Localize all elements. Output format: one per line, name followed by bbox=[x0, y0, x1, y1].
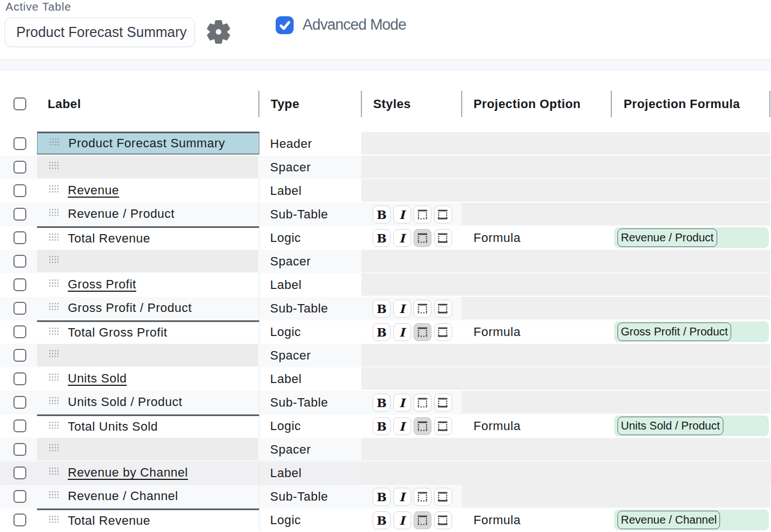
border-top-bottom-style-button[interactable] bbox=[434, 300, 452, 318]
row-checkbox[interactable] bbox=[13, 514, 26, 526]
row-checkbox[interactable] bbox=[13, 137, 26, 150]
italic-style-button[interactable]: I bbox=[393, 300, 411, 318]
row-checkbox[interactable] bbox=[13, 466, 26, 479]
row-type-cell[interactable]: Label bbox=[270, 179, 301, 203]
row-checkbox[interactable] bbox=[13, 231, 26, 244]
drag-handle[interactable] bbox=[49, 185, 59, 195]
italic-style-button[interactable]: I bbox=[393, 229, 411, 247]
bold-style-button[interactable]: B bbox=[373, 511, 391, 529]
row-checkbox[interactable] bbox=[13, 302, 26, 315]
projection-formula-cell[interactable]: Units Sold / Product bbox=[614, 416, 769, 436]
row-type-cell[interactable]: Logic bbox=[270, 226, 301, 250]
projection-formula-cell[interactable]: Gross Profit / Product bbox=[614, 321, 769, 342]
formula-chip[interactable]: Revenue / Product bbox=[617, 228, 717, 247]
drag-handle[interactable] bbox=[49, 234, 59, 244]
row-checkbox[interactable] bbox=[13, 372, 26, 385]
drag-handle[interactable] bbox=[49, 209, 59, 219]
border-top-style-button[interactable] bbox=[414, 300, 431, 318]
row-label-cell[interactable]: Total Revenue bbox=[37, 508, 259, 531]
row-type-cell[interactable]: Logic bbox=[270, 414, 301, 438]
row-label-cell[interactable]: Units Sold / Product bbox=[37, 391, 259, 413]
row-label-cell[interactable] bbox=[37, 344, 258, 366]
row-type-cell[interactable]: Sub-Table bbox=[270, 485, 328, 508]
row-label-cell[interactable] bbox=[37, 250, 258, 272]
row-label-cell[interactable]: Revenue bbox=[37, 179, 259, 202]
border-top-bottom-style-button[interactable] bbox=[434, 229, 452, 247]
row-type-cell[interactable]: Sub-Table bbox=[270, 297, 328, 320]
row-type-cell[interactable]: Header bbox=[270, 132, 312, 156]
drag-handle[interactable] bbox=[49, 303, 59, 313]
row-checkbox[interactable] bbox=[13, 278, 26, 291]
border-top-bottom-style-button[interactable] bbox=[434, 394, 452, 412]
drag-handle[interactable] bbox=[49, 516, 59, 526]
italic-style-button[interactable]: I bbox=[393, 394, 411, 412]
drag-handle[interactable] bbox=[49, 468, 59, 478]
projection-option-cell[interactable]: Formula bbox=[473, 320, 521, 344]
bold-style-button[interactable]: B bbox=[373, 206, 391, 223]
border-top-style-button[interactable] bbox=[414, 417, 431, 435]
drag-handle[interactable] bbox=[49, 162, 59, 172]
italic-style-button[interactable]: I bbox=[393, 323, 411, 341]
border-top-style-button[interactable] bbox=[414, 229, 431, 247]
drag-handle[interactable] bbox=[49, 397, 59, 407]
drag-handle[interactable] bbox=[49, 444, 59, 454]
formula-chip[interactable]: Revenue / Channel bbox=[617, 511, 720, 529]
row-type-cell[interactable]: Spacer bbox=[270, 438, 311, 461]
projection-option-cell[interactable]: Formula bbox=[473, 414, 521, 438]
row-label-cell[interactable]: Revenue / Product bbox=[37, 203, 259, 225]
formula-chip[interactable]: Units Sold / Product bbox=[617, 417, 723, 435]
row-label-cell[interactable]: Total Gross Profit bbox=[37, 320, 259, 343]
row-label-cell[interactable]: Total Units Sold bbox=[37, 414, 259, 437]
border-top-style-button[interactable] bbox=[414, 206, 431, 223]
row-checkbox[interactable] bbox=[13, 349, 26, 362]
italic-style-button[interactable]: I bbox=[393, 417, 411, 435]
bold-style-button[interactable]: B bbox=[373, 300, 391, 318]
border-top-style-button[interactable] bbox=[414, 323, 431, 341]
row-label-cell[interactable]: Revenue by Channel bbox=[37, 461, 259, 484]
row-checkbox[interactable] bbox=[13, 419, 26, 432]
row-type-cell[interactable]: Logic bbox=[270, 508, 301, 532]
projection-option-cell[interactable]: Formula bbox=[473, 508, 521, 532]
row-type-cell[interactable]: Label bbox=[270, 461, 301, 485]
row-type-cell[interactable]: Sub-Table bbox=[270, 203, 328, 226]
italic-style-button[interactable]: I bbox=[393, 488, 411, 506]
row-type-cell[interactable]: Label bbox=[270, 367, 301, 391]
advanced-mode-checkbox[interactable] bbox=[276, 16, 294, 34]
drag-handle[interactable] bbox=[49, 256, 59, 266]
table-settings-button[interactable] bbox=[207, 20, 230, 44]
row-label-cell[interactable]: Total Revenue bbox=[37, 226, 259, 249]
row-checkbox[interactable] bbox=[13, 208, 26, 221]
row-label-cell[interactable]: Product Forecast Summary bbox=[37, 132, 259, 155]
drag-handle[interactable] bbox=[49, 491, 59, 501]
bold-style-button[interactable]: B bbox=[373, 394, 391, 412]
row-type-cell[interactable]: Spacer bbox=[270, 156, 311, 179]
row-checkbox[interactable] bbox=[13, 255, 26, 268]
select-all-checkbox[interactable] bbox=[13, 97, 26, 110]
bold-style-button[interactable]: B bbox=[373, 488, 391, 506]
italic-style-button[interactable]: I bbox=[393, 206, 411, 223]
projection-formula-cell[interactable]: Revenue / Product bbox=[614, 227, 769, 248]
italic-style-button[interactable]: I bbox=[393, 511, 411, 529]
row-label-cell[interactable]: Gross Profit / Product bbox=[37, 297, 259, 319]
border-top-bottom-style-button[interactable] bbox=[434, 488, 452, 506]
row-checkbox[interactable] bbox=[13, 443, 26, 456]
row-checkbox[interactable] bbox=[13, 490, 26, 503]
row-label-cell[interactable] bbox=[37, 438, 258, 460]
row-checkbox[interactable] bbox=[13, 184, 26, 197]
bold-style-button[interactable]: B bbox=[373, 229, 391, 247]
row-checkbox[interactable] bbox=[13, 325, 26, 338]
drag-handle[interactable] bbox=[49, 279, 59, 290]
border-top-bottom-style-button[interactable] bbox=[434, 206, 452, 223]
row-label-cell[interactable]: Gross Profit bbox=[37, 273, 259, 296]
row-checkbox[interactable] bbox=[13, 161, 26, 174]
projection-option-cell[interactable]: Formula bbox=[473, 226, 521, 250]
row-label-cell[interactable] bbox=[37, 156, 258, 178]
drag-handle[interactable] bbox=[49, 422, 59, 432]
row-label-cell[interactable]: Units Sold bbox=[37, 367, 259, 390]
row-type-cell[interactable]: Sub-Table bbox=[270, 391, 328, 414]
border-top-style-button[interactable] bbox=[414, 394, 431, 412]
border-top-bottom-style-button[interactable] bbox=[434, 417, 452, 435]
row-type-cell[interactable]: Spacer bbox=[270, 344, 311, 367]
border-top-style-button[interactable] bbox=[414, 511, 431, 529]
border-top-bottom-style-button[interactable] bbox=[434, 323, 452, 341]
